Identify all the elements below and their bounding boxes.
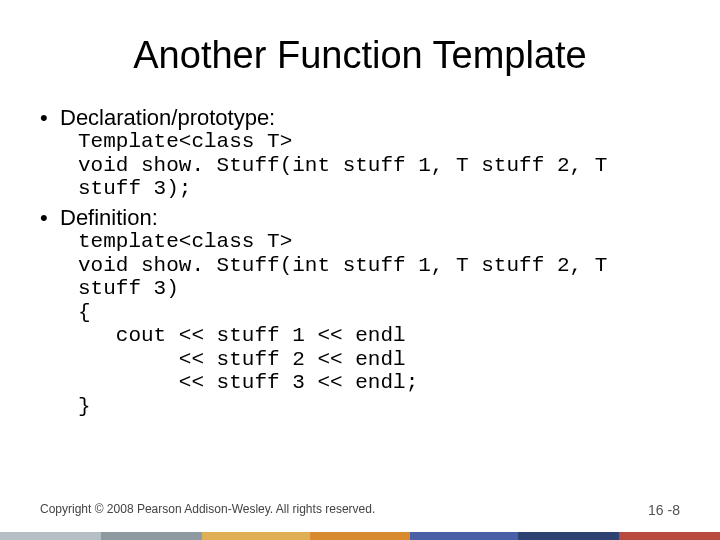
- code-block-definition: template<class T> void show. Stuff(int s…: [78, 230, 680, 418]
- bullet-mark-icon: •: [40, 205, 60, 230]
- bullet-mark-icon: •: [40, 105, 60, 130]
- decorative-bottom-bar: [0, 532, 720, 540]
- code-block-declaration: Template<class T> void show. Stuff(int s…: [78, 130, 680, 201]
- content-area: • Declaration/prototype: Template<class …: [40, 105, 680, 418]
- footer: Copyright © 2008 Pearson Addison-Wesley.…: [40, 502, 680, 518]
- bullet-label: Definition:: [60, 205, 158, 230]
- page-title: Another Function Template: [40, 34, 680, 77]
- bullet-definition: • Definition:: [40, 205, 680, 230]
- bullet-declaration: • Declaration/prototype:: [40, 105, 680, 130]
- slide: Another Function Template • Declaration/…: [0, 0, 720, 540]
- bullet-label: Declaration/prototype:: [60, 105, 275, 130]
- page-number: 16 -8: [648, 502, 680, 518]
- copyright-text: Copyright © 2008 Pearson Addison-Wesley.…: [40, 502, 375, 518]
